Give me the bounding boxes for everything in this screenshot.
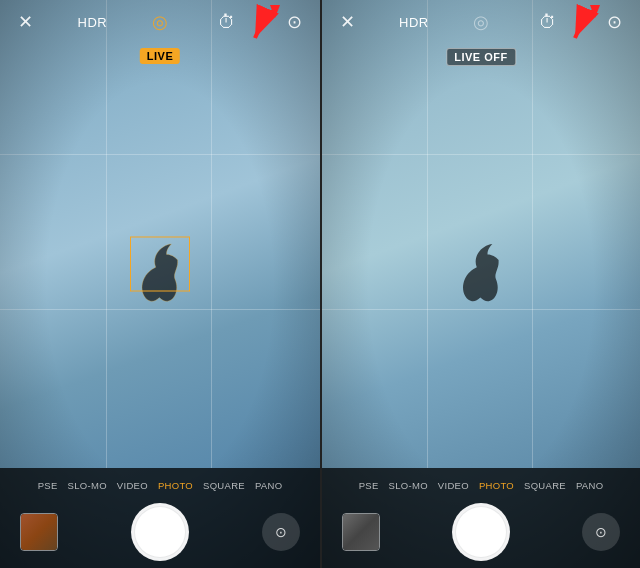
right-flip-icon: ⊙ [595, 524, 607, 540]
right-thumbnail-img [343, 514, 379, 550]
left-shutter-inner [135, 507, 185, 557]
left-tab-square[interactable]: SQUARE [199, 480, 249, 491]
right-top-bar: ✕ HDR ◎ ⏱ ⊙ [322, 0, 640, 44]
right-flash-icon[interactable]: ✕ [332, 11, 362, 33]
left-tab-pano[interactable]: PANO [251, 480, 286, 491]
right-camera-flip-button[interactable]: ⊙ [582, 513, 620, 551]
right-tab-photo[interactable]: PHOTO [475, 480, 518, 491]
right-tab-video[interactable]: VIDEO [434, 480, 473, 491]
left-tab-video[interactable]: VIDEO [113, 480, 152, 491]
left-bottom-bar: PSE SLO-MO VIDEO PHOTO SQUARE PANO ⊙ [0, 468, 320, 568]
left-flip-icon: ⊙ [275, 524, 287, 540]
left-tab-pse[interactable]: PSE [34, 480, 62, 491]
left-live-icon[interactable]: ◎ [145, 11, 175, 33]
right-timer-icon[interactable]: ⏱ [533, 12, 563, 33]
left-camera-panel: ✕ HDR ◎ ⏱ ⊙ LIVE PSE SLO-MO VIDEO PHOTO … [0, 0, 320, 568]
left-thumbnail[interactable] [20, 513, 58, 551]
right-camera-controls: ⊙ [322, 496, 640, 568]
right-tab-slomo[interactable]: SLO-MO [385, 480, 432, 491]
left-top-bar: ✕ HDR ◎ ⏱ ⊙ [0, 0, 320, 44]
right-hdr-label[interactable]: HDR [399, 15, 429, 30]
left-live-badge[interactable]: LIVE [140, 48, 180, 64]
left-hdr-label[interactable]: HDR [78, 15, 108, 30]
focus-box [130, 237, 190, 292]
right-apple-logo [441, 232, 521, 312]
right-mode-tabs: PSE SLO-MO VIDEO PHOTO SQUARE PANO [322, 468, 640, 496]
right-tab-pse[interactable]: PSE [355, 480, 383, 491]
right-live-icon[interactable]: ◎ [466, 11, 496, 33]
left-camera-flip-top-icon[interactable]: ⊙ [280, 11, 310, 33]
left-tab-photo[interactable]: PHOTO [154, 480, 197, 491]
right-tab-pano[interactable]: PANO [572, 480, 607, 491]
right-camera-panel: ✕ HDR ◎ ⏱ ⊙ LIVE OFF PSE SLO-MO VIDEO PH… [320, 0, 640, 568]
right-tab-square[interactable]: SQUARE [520, 480, 570, 491]
left-mode-tabs: PSE SLO-MO VIDEO PHOTO SQUARE PANO [0, 468, 320, 496]
left-shutter-button[interactable] [131, 503, 189, 561]
right-live-off-badge[interactable]: LIVE OFF [446, 48, 516, 66]
right-shutter-inner [456, 507, 506, 557]
left-timer-icon[interactable]: ⏱ [212, 12, 242, 33]
left-flash-icon[interactable]: ✕ [10, 11, 40, 33]
left-tab-slomo[interactable]: SLO-MO [64, 480, 111, 491]
right-thumbnail[interactable] [342, 513, 380, 551]
right-bottom-bar: PSE SLO-MO VIDEO PHOTO SQUARE PANO ⊙ [322, 468, 640, 568]
right-camera-flip-top-icon[interactable]: ⊙ [600, 11, 630, 33]
left-camera-controls: ⊙ [0, 496, 320, 568]
right-shutter-button[interactable] [452, 503, 510, 561]
left-thumbnail-img [21, 514, 57, 550]
left-camera-flip-button[interactable]: ⊙ [262, 513, 300, 551]
